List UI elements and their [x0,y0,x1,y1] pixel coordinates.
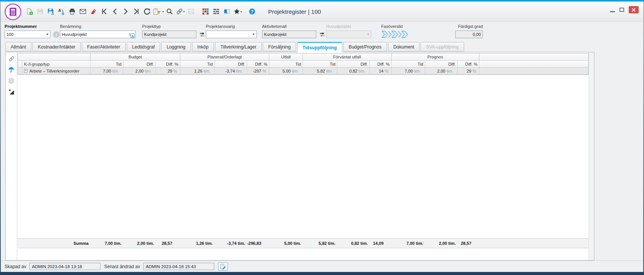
tab-forsaljning[interactable]: Försäljning [263,42,296,52]
chart-icon[interactable] [8,89,15,97]
fasoversikt-label: Fasöversikt [381,24,416,29]
projektnummer-combobox[interactable]: 100 [5,31,50,38]
first-record-icon[interactable] [99,6,109,16]
rename-icon[interactable]: AB [57,6,66,16]
close-icon[interactable] [629,6,639,13]
window-layout-icon [186,6,196,16]
tab-inkop[interactable]: Inköp [192,42,214,52]
last-record-icon[interactable] [131,6,141,16]
save-as-icon[interactable] [46,6,56,16]
email-icon[interactable] [78,6,88,16]
summary-budget-diffpct: 28,57 [155,241,180,246]
header-forv-diff[interactable]: Diff. [337,61,370,67]
title-bar: AB ▾ ▾ ▾ ? Projektregister | 100 [1,2,643,22]
aktivitetsmall-jump-icon[interactable] [318,31,326,38]
tab-bar: Allmänt Kostnader/Intäkter Faser/Aktivit… [5,42,464,52]
header-forv-diffpct[interactable]: Diff. % [370,61,392,67]
header-forv-tid[interactable]: Tid [303,61,337,67]
header-indicator [18,61,23,67]
color-grid-icon[interactable] [201,6,210,16]
header-budget-diff[interactable]: Diff. [123,61,156,67]
tab-tidsuppfoljning[interactable]: Tidsuppföljning [297,42,342,52]
info-button[interactable]: i [52,31,60,38]
modified-by-label: Senast ändrad av [104,264,140,269]
footer-bar: Skapad av ADMIN 2023-04-18 13:18 Senast … [1,260,643,272]
favorites-icon[interactable]: ▾ [233,6,243,16]
minimize-icon[interactable] [610,11,615,12]
projektnummer-label: Projektnummer [5,24,50,29]
tab-allmant[interactable]: Allmänt [5,42,31,52]
expand-icon[interactable] [24,69,28,73]
tab-dokument[interactable]: Dokument [388,42,420,52]
header-ki-grupp-typ[interactable]: K-/I-grupp/typ [23,61,91,67]
list-window-filter-icon[interactable]: ▾ [153,6,164,16]
header-budget-tid[interactable]: Tid [91,61,123,67]
header-plan-tid[interactable]: Tid [180,61,215,67]
previous-record-icon[interactable] [110,6,120,16]
save-icon[interactable] [35,6,45,16]
projekttyp-jump-icon[interactable] [198,31,206,38]
maximize-icon[interactable] [620,8,624,12]
summary-forv-diff: 0,82 tim. [337,241,369,246]
aktivitetsmall-field[interactable]: Kundprojekt [262,31,316,38]
cell-budget-diffpct: 29% [156,68,180,74]
dropdown-caret-icon: ▾ [162,10,164,13]
svg-text:g: g [129,32,131,35]
new-record-icon[interactable] [24,6,34,16]
summary-budget-tid: 7,00 tim. [90,241,123,246]
row-name-cell: Arbete – Tillverkningsorder [23,68,91,74]
tab-kostnader-intakter[interactable]: Kostnader/Intäkter [32,42,81,52]
created-by-field: ADMIN 2023-04-18 13:18 [29,263,100,270]
tab-tillverkning-lager[interactable]: Tillverkning/Lager [215,42,262,52]
tab-faser-aktiviteter[interactable]: Faser/Aktiviteter [82,42,126,52]
header-utfall-tid[interactable]: Tid [269,61,303,67]
cell-plan-diff: -3,74tim. [215,68,247,74]
header-plan-diff[interactable]: Diff. [215,61,247,67]
projekttyp-field[interactable]: Kundprojekt [142,31,196,38]
time-followup-table: Budget Planerat/Orderlagt Utfall Förvänt… [18,53,589,75]
group-header-filler [479,53,588,60]
window-bottom-border [0,272,644,275]
header-plan-diffpct[interactable]: Diff. % [247,61,269,67]
projektansvarig-combobox[interactable] [206,31,257,38]
tab-loggning[interactable]: Loggning [161,42,191,52]
window-controls [610,6,639,13]
reports-icon[interactable] [222,6,232,16]
cell-budget-diff: 2,00tim. [123,68,156,74]
fardigstgrad-field[interactable]: 0,00 [455,31,483,38]
header-prognos-diff[interactable]: Diff. [425,61,458,67]
row-indicator [18,68,23,74]
dropdown-caret-icon: ▾ [241,10,242,13]
print-icon[interactable] [67,6,77,16]
tab-ledtidsgraf[interactable]: Ledtidsgraf [127,42,160,52]
summary-row: Summa 7,00 tim. 2,00 tim. 28,57 1,26 tim… [18,238,589,248]
linked-records-icon[interactable]: ▾ [175,6,185,16]
table-row[interactable]: Arbete – Tillverkningsorder 7,00tim. 2,0… [18,68,588,74]
group-header-forvantat: Förväntat utfall [303,53,392,60]
svg-text:?: ? [251,9,254,14]
chevron-down-icon [46,34,49,35]
header-prognos-tid[interactable]: Tid [392,61,425,67]
translate-icon[interactable]: gA [129,32,134,39]
benamning-input[interactable]: Huvudprojekt gA [60,31,136,38]
header-budget-diffpct[interactable]: Diff. % [156,61,180,67]
projektansvarig-label: Projektansvarig [206,24,257,29]
delete-icon[interactable] [89,6,99,16]
dropdown-caret-icon: ▾ [183,10,185,13]
refresh-icon[interactable] [142,6,152,16]
display-options-icon[interactable] [211,6,221,16]
link-icon[interactable] [8,56,15,63]
summary-forv-tid: 5,82 tim. [303,241,337,246]
cell-utfall-tid: 5,00tim. [269,68,303,74]
help-icon[interactable]: ? [247,6,257,16]
group-header-prognos: Prognos [392,53,479,60]
tab-budget-prognos[interactable]: Budget/Prognos [343,42,387,52]
vertical-scrollbar[interactable] [589,52,594,260]
layers-icon[interactable] [8,78,15,86]
umbrella-icon[interactable] [8,66,15,74]
header-prognos-diffpct[interactable]: Diff. % [458,61,479,67]
search-icon[interactable] [165,6,175,16]
next-record-icon[interactable] [121,6,131,16]
edit-note-button[interactable] [218,262,228,271]
phase-chevrons-icon [381,31,412,38]
